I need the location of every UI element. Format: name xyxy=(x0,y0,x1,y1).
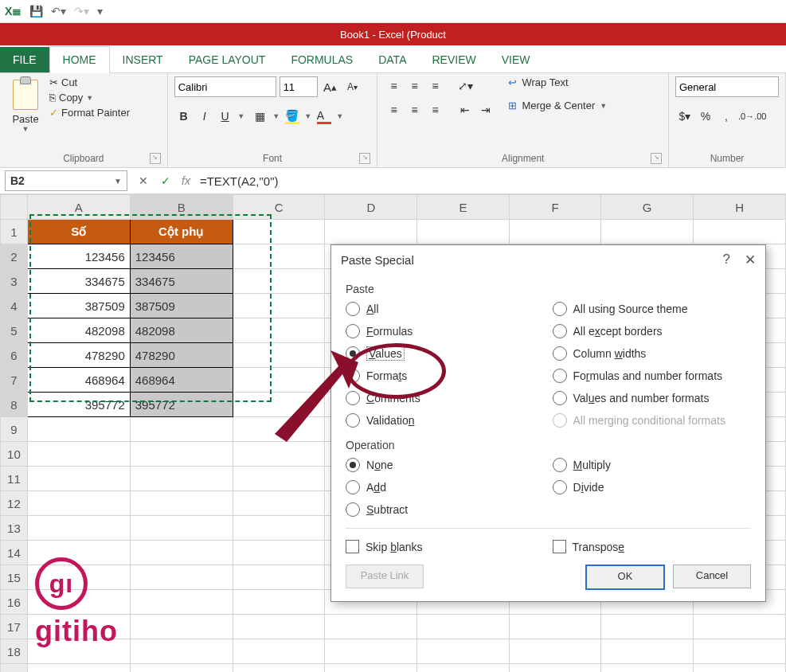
formula-input[interactable]: =TEXT(A2,"0") xyxy=(195,174,786,188)
tab-home[interactable]: HOME xyxy=(49,46,110,73)
number-format-select[interactable] xyxy=(675,76,779,97)
cell-empty[interactable] xyxy=(325,664,417,673)
cell-empty[interactable] xyxy=(417,615,510,639)
cell-empty[interactable] xyxy=(27,442,130,467)
paste-option-formats[interactable]: Formats xyxy=(346,369,545,383)
tab-review[interactable]: REVIEW xyxy=(419,47,488,72)
row-header-13[interactable]: 13 xyxy=(1,516,28,541)
cancel-formula-icon[interactable]: ✕ xyxy=(132,174,154,187)
qat-customize-icon[interactable]: ▾ xyxy=(97,5,103,18)
cell-empty[interactable] xyxy=(233,417,325,442)
tab-file[interactable]: FILE xyxy=(0,47,49,72)
cell-empty[interactable] xyxy=(130,417,233,442)
cell-empty[interactable] xyxy=(233,615,325,639)
cell-empty[interactable] xyxy=(417,220,510,244)
borders-dropdown[interactable]: ▼ xyxy=(272,107,281,126)
cell-empty[interactable] xyxy=(233,244,325,269)
tab-data[interactable]: DATA xyxy=(366,47,419,72)
paste-option-values[interactable]: Values xyxy=(346,346,545,361)
cell-empty[interactable] xyxy=(130,639,233,664)
font-size-select[interactable] xyxy=(280,76,318,97)
cell-B4[interactable]: 387509 xyxy=(130,294,233,318)
cell-empty[interactable] xyxy=(233,541,325,565)
cell-empty[interactable] xyxy=(601,220,694,244)
cell-A4[interactable]: 387509 xyxy=(27,294,130,318)
paste-button[interactable]: Paste ▼ xyxy=(6,76,45,133)
paste-option-values-nf[interactable]: Values and number formats xyxy=(553,391,752,405)
cell-empty[interactable] xyxy=(233,393,325,417)
cell-empty[interactable] xyxy=(601,664,694,673)
tab-insert[interactable]: INSERT xyxy=(110,47,176,72)
font-color-button[interactable]: A xyxy=(315,107,334,126)
select-all-cell[interactable] xyxy=(1,195,28,220)
cell-A1[interactable]: Số xyxy=(27,220,130,244)
cancel-button[interactable]: Cancel xyxy=(673,565,751,588)
paste-option-formulas[interactable]: Formulas xyxy=(346,324,545,338)
row-header-8[interactable]: 8 xyxy=(1,393,28,417)
row-header-10[interactable]: 10 xyxy=(1,442,28,467)
increase-font-icon[interactable]: A▴ xyxy=(321,77,340,96)
dialog-help-icon[interactable]: ? xyxy=(723,252,730,268)
cell-empty[interactable] xyxy=(130,664,233,673)
row-header-7[interactable]: 7 xyxy=(1,368,28,393)
cell-empty[interactable] xyxy=(417,639,510,664)
cell-empty[interactable] xyxy=(233,343,325,368)
row-header-2[interactable]: 2 xyxy=(1,244,28,269)
align-right-icon[interactable]: ≡ xyxy=(425,100,444,119)
cell-empty[interactable] xyxy=(233,491,325,516)
row-header-1[interactable]: 1 xyxy=(1,220,28,244)
cell-A5[interactable]: 482098 xyxy=(27,318,130,343)
row-header-15[interactable]: 15 xyxy=(1,565,28,590)
cell-A2[interactable]: 123456 xyxy=(27,244,130,269)
cell-empty[interactable] xyxy=(325,639,417,664)
decrease-indent-icon[interactable]: ⇤ xyxy=(456,100,475,119)
cell-empty[interactable] xyxy=(694,639,786,664)
undo-icon[interactable]: ↶▾ xyxy=(51,5,66,18)
cell-empty[interactable] xyxy=(233,220,325,244)
cell-empty[interactable] xyxy=(233,318,325,343)
alignment-dialog-launcher[interactable]: ↘ xyxy=(651,153,662,164)
dialog-close-icon[interactable]: ✕ xyxy=(745,252,756,268)
font-name-select[interactable] xyxy=(174,76,276,97)
tab-page-layout[interactable]: PAGE LAYOUT xyxy=(176,47,279,72)
cell-A7[interactable]: 468964 xyxy=(27,368,130,393)
column-header-D[interactable]: D xyxy=(325,195,417,220)
save-icon[interactable]: 💾 xyxy=(29,5,43,18)
cell-empty[interactable] xyxy=(130,615,233,639)
cell-empty[interactable] xyxy=(694,664,786,673)
cell-B6[interactable]: 478290 xyxy=(130,343,233,368)
cell-empty[interactable] xyxy=(130,565,233,590)
column-header-G[interactable]: G xyxy=(601,195,694,220)
cell-empty[interactable] xyxy=(601,639,694,664)
row-header-17[interactable]: 17 xyxy=(1,615,28,639)
cell-B2[interactable]: 123456 xyxy=(130,244,233,269)
cell-empty[interactable] xyxy=(130,516,233,541)
column-header-H[interactable]: H xyxy=(694,195,786,220)
column-header-E[interactable]: E xyxy=(417,195,510,220)
merge-center-button[interactable]: ⊞Merge & Center ▼ xyxy=(508,100,607,111)
cell-empty[interactable] xyxy=(325,615,417,639)
orientation-button[interactable]: ⤢▾ xyxy=(456,76,475,96)
align-center-icon[interactable]: ≡ xyxy=(405,100,424,119)
cell-empty[interactable] xyxy=(509,664,601,673)
cell-empty[interactable] xyxy=(27,664,130,673)
wrap-text-button[interactable]: ↩Wrap Text xyxy=(508,76,607,88)
fill-color-dropdown[interactable]: ▼ xyxy=(303,107,313,126)
cell-A8[interactable]: 395772 xyxy=(27,393,130,417)
cell-A6[interactable]: 478290 xyxy=(27,343,130,368)
cut-button[interactable]: ✂Cut xyxy=(49,76,130,88)
fill-color-button[interactable]: 🪣 xyxy=(283,107,302,126)
underline-button[interactable]: U xyxy=(216,107,235,126)
row-header-4[interactable]: 4 xyxy=(1,294,28,318)
row-header-19[interactable]: 19 xyxy=(1,664,28,673)
transpose-checkbox[interactable]: Transpose xyxy=(553,540,752,553)
operation-subtract[interactable]: Subtract xyxy=(346,502,545,517)
cell-B7[interactable]: 468964 xyxy=(130,368,233,393)
paste-option-validation[interactable]: Validation xyxy=(346,413,545,428)
column-header-F[interactable]: F xyxy=(509,195,601,220)
row-header-18[interactable]: 18 xyxy=(1,639,28,664)
row-header-16[interactable]: 16 xyxy=(1,590,28,615)
cell-empty[interactable] xyxy=(694,615,786,639)
cell-empty[interactable] xyxy=(233,639,325,664)
paste-option-all[interactable]: All xyxy=(346,302,545,316)
